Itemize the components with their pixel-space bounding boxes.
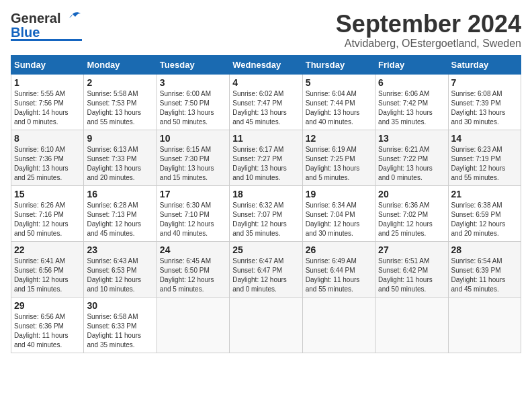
day-info: Sunrise: 6:28 AMSunset: 7:13 PMDaylight:… [87,201,153,238]
day-number: 1 [14,77,81,88]
calendar-cell: 2Sunrise: 5:58 AMSunset: 7:53 PMDaylight… [84,74,157,130]
calendar-cell [448,297,521,353]
calendar-cell: 16Sunrise: 6:28 AMSunset: 7:13 PMDayligh… [84,185,157,241]
calendar-cell [157,297,229,353]
day-header-tuesday: Tuesday [157,55,229,74]
day-info: Sunrise: 6:21 AMSunset: 7:22 PMDaylight:… [378,145,445,183]
calendar-cell: 4Sunrise: 6:02 AMSunset: 7:47 PMDaylight… [230,74,302,130]
day-info: Sunrise: 6:06 AMSunset: 7:42 PMDaylight:… [378,89,445,127]
day-info: Sunrise: 6:19 AMSunset: 7:25 PMDaylight:… [306,145,372,183]
day-info: Sunrise: 6:38 AMSunset: 6:59 PMDaylight:… [451,201,518,238]
month-title: September 2024 [336,11,521,38]
day-number: 21 [451,189,518,199]
day-number: 8 [14,133,81,144]
day-number: 17 [160,189,226,199]
logo: General Blue [11,11,82,41]
logo-underline [11,39,82,41]
day-header-sunday: Sunday [11,55,84,74]
day-info: Sunrise: 5:55 AMSunset: 7:56 PMDaylight:… [14,89,81,127]
day-number: 23 [87,244,153,255]
day-info: Sunrise: 6:02 AMSunset: 7:47 PMDaylight:… [232,89,299,127]
calendar-cell: 10Sunrise: 6:15 AMSunset: 7:30 PMDayligh… [157,130,229,185]
day-info: Sunrise: 6:04 AMSunset: 7:44 PMDaylight:… [306,89,372,127]
day-number: 12 [306,133,372,144]
day-info: Sunrise: 6:30 AMSunset: 7:10 PMDaylight:… [160,201,226,238]
calendar-cell: 5Sunrise: 6:04 AMSunset: 7:44 PMDaylight… [302,74,375,130]
day-header-saturday: Saturday [448,55,521,74]
day-info: Sunrise: 6:32 AMSunset: 7:07 PMDaylight:… [232,201,299,238]
day-header-thursday: Thursday [302,55,375,74]
logo-blue-text: Blue [11,26,40,38]
day-info: Sunrise: 6:43 AMSunset: 6:53 PMDaylight:… [87,257,153,294]
day-number: 26 [306,244,372,255]
day-info: Sunrise: 6:00 AMSunset: 7:50 PMDaylight:… [160,89,226,127]
day-number: 13 [378,133,445,144]
day-header-wednesday: Wednesday [230,55,302,74]
day-number: 5 [306,77,372,88]
calendar-cell: 22Sunrise: 6:41 AMSunset: 6:56 PMDayligh… [11,241,84,297]
day-info: Sunrise: 6:36 AMSunset: 7:02 PMDaylight:… [378,201,445,238]
day-header-monday: Monday [84,55,157,74]
calendar-cell: 27Sunrise: 6:51 AMSunset: 6:42 PMDayligh… [375,241,448,297]
calendar-cell: 20Sunrise: 6:36 AMSunset: 7:02 PMDayligh… [375,185,448,241]
calendar-table: SundayMondayTuesdayWednesdayThursdayFrid… [11,55,521,353]
calendar-cell: 7Sunrise: 6:08 AMSunset: 7:39 PMDaylight… [448,74,521,130]
day-number: 20 [378,189,445,199]
day-number: 11 [232,133,299,144]
calendar-cell: 25Sunrise: 6:47 AMSunset: 6:47 PMDayligh… [230,241,302,297]
calendar-cell: 21Sunrise: 6:38 AMSunset: 6:59 PMDayligh… [448,185,521,241]
calendar-cell [375,297,448,353]
calendar-week-1: 1Sunrise: 5:55 AMSunset: 7:56 PMDaylight… [11,74,521,130]
location-title: Atvidaberg, OEstergoetland, Sweden [336,38,521,50]
day-header-friday: Friday [375,55,448,74]
day-info: Sunrise: 6:10 AMSunset: 7:36 PMDaylight:… [14,145,81,183]
day-number: 3 [160,77,226,88]
day-info: Sunrise: 6:08 AMSunset: 7:39 PMDaylight:… [451,89,518,127]
calendar-cell: 6Sunrise: 6:06 AMSunset: 7:42 PMDaylight… [375,74,448,130]
day-info: Sunrise: 6:23 AMSunset: 7:19 PMDaylight:… [451,145,518,183]
calendar-cell: 11Sunrise: 6:17 AMSunset: 7:27 PMDayligh… [230,130,302,185]
calendar-cell: 26Sunrise: 6:49 AMSunset: 6:44 PMDayligh… [302,241,375,297]
day-info: Sunrise: 6:17 AMSunset: 7:27 PMDaylight:… [232,145,299,183]
logo-bird-icon [63,11,82,26]
day-info: Sunrise: 6:41 AMSunset: 6:56 PMDaylight:… [14,257,81,294]
title-area: September 2024 Atvidaberg, OEstergoetlan… [336,11,521,50]
day-number: 10 [160,133,226,144]
day-number: 28 [451,244,518,255]
day-number: 19 [306,189,372,199]
day-info: Sunrise: 6:13 AMSunset: 7:33 PMDaylight:… [87,145,153,183]
calendar-cell: 18Sunrise: 6:32 AMSunset: 7:07 PMDayligh… [230,185,302,241]
calendar-cell: 28Sunrise: 6:54 AMSunset: 6:39 PMDayligh… [448,241,521,297]
day-number: 9 [87,133,153,144]
day-info: Sunrise: 6:49 AMSunset: 6:44 PMDaylight:… [306,257,372,294]
day-number: 15 [14,189,81,199]
logo-general-text: General [11,11,60,26]
calendar-week-4: 22Sunrise: 6:41 AMSunset: 6:56 PMDayligh… [11,241,521,297]
day-info: Sunrise: 5:58 AMSunset: 7:53 PMDaylight:… [87,89,153,127]
calendar-cell: 19Sunrise: 6:34 AMSunset: 7:04 PMDayligh… [302,185,375,241]
calendar-cell: 17Sunrise: 6:30 AMSunset: 7:10 PMDayligh… [157,185,229,241]
day-number: 6 [378,77,445,88]
day-info: Sunrise: 6:58 AMSunset: 6:33 PMDaylight:… [87,312,153,350]
day-info: Sunrise: 6:54 AMSunset: 6:39 PMDaylight:… [451,257,518,294]
day-number: 16 [87,189,153,199]
day-number: 30 [87,300,153,311]
calendar-cell: 23Sunrise: 6:43 AMSunset: 6:53 PMDayligh… [84,241,157,297]
calendar-cell [302,297,375,353]
day-info: Sunrise: 6:26 AMSunset: 7:16 PMDaylight:… [14,201,81,238]
calendar-week-2: 8Sunrise: 6:10 AMSunset: 7:36 PMDaylight… [11,130,521,185]
calendar-cell: 8Sunrise: 6:10 AMSunset: 7:36 PMDaylight… [11,130,84,185]
calendar-cell: 29Sunrise: 6:56 AMSunset: 6:36 PMDayligh… [11,297,84,353]
calendar-cell: 30Sunrise: 6:58 AMSunset: 6:33 PMDayligh… [84,297,157,353]
page-header: General Blue September 2024 Atvidaberg, … [11,11,521,50]
calendar-week-5: 29Sunrise: 6:56 AMSunset: 6:36 PMDayligh… [11,297,521,353]
calendar-header: SundayMondayTuesdayWednesdayThursdayFrid… [11,55,521,74]
day-number: 22 [14,244,81,255]
day-info: Sunrise: 6:51 AMSunset: 6:42 PMDaylight:… [378,257,445,294]
calendar-cell: 24Sunrise: 6:45 AMSunset: 6:50 PMDayligh… [157,241,229,297]
day-info: Sunrise: 6:47 AMSunset: 6:47 PMDaylight:… [232,257,299,294]
day-number: 25 [232,244,299,255]
calendar-cell: 14Sunrise: 6:23 AMSunset: 7:19 PMDayligh… [448,130,521,185]
day-number: 2 [87,77,153,88]
day-number: 24 [160,244,226,255]
